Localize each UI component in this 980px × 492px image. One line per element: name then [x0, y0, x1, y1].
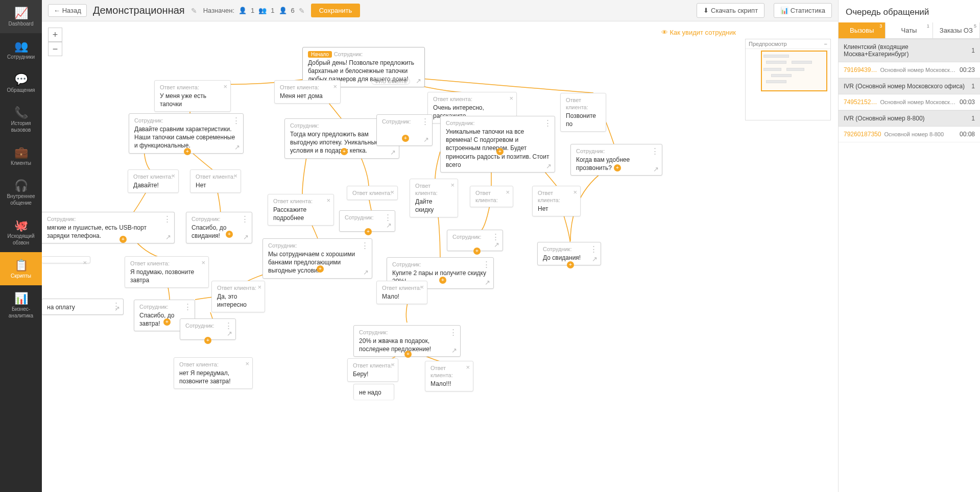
- node-client[interactable]: Ответ клиента:Позвоните по: [560, 93, 606, 132]
- queue-header[interactable]: IVR (Основной номер 8-800)1: [839, 110, 980, 127]
- edit-icon[interactable]: ✎: [191, 7, 197, 15]
- close-icon[interactable]: ×: [333, 83, 337, 90]
- node-client[interactable]: Ответ клиента:Давайте!×: [128, 169, 179, 193]
- more-icon[interactable]: ⋮: [225, 321, 232, 330]
- sidebar-item-internal[interactable]: 🎧Внутреннее общение: [0, 173, 42, 212]
- close-icon[interactable]: ×: [83, 259, 87, 266]
- close-icon[interactable]: ×: [420, 283, 424, 291]
- node-employee[interactable]: Сотрудник:Уникальные тапочки на все врем…: [440, 116, 555, 173]
- node-client[interactable]: Ответ клиента:У меня уже есть тапочки×: [154, 80, 231, 112]
- plus-icon[interactable]: +: [184, 148, 191, 155]
- fio-chip[interactable]: ФИО клиента: [371, 78, 410, 85]
- more-icon[interactable]: ⋮: [492, 232, 499, 241]
- close-icon[interactable]: ×: [171, 172, 175, 180]
- plus-icon[interactable]: +: [567, 261, 574, 268]
- more-icon[interactable]: ⋮: [361, 241, 369, 250]
- close-icon[interactable]: ×: [326, 196, 330, 204]
- node-client[interactable]: не надо: [353, 384, 394, 400]
- close-icon[interactable]: ×: [466, 363, 470, 371]
- close-icon[interactable]: ×: [257, 283, 261, 291]
- more-icon[interactable]: ⋮: [421, 117, 429, 126]
- close-icon[interactable]: ×: [233, 172, 237, 180]
- script-canvas[interactable]: + − 👁 Как увидит сотрудник Предпросмотр−: [42, 21, 838, 492]
- queue-row[interactable]: 79169439…Основной номер Московского офи……: [839, 62, 980, 78]
- more-icon[interactable]: ⋮: [241, 214, 249, 224]
- close-icon[interactable]: ×: [573, 188, 577, 196]
- zoom-out-button[interactable]: −: [48, 42, 62, 56]
- tab-calls[interactable]: Вызовы3: [839, 22, 886, 38]
- sidebar-item-clients[interactable]: 💼Клиенты: [0, 139, 42, 173]
- node-employee[interactable]: Сотрудник:Давайте сравним характеристики…: [129, 113, 244, 154]
- node-client[interactable]: Ответ клиента:Беру!×: [347, 358, 398, 382]
- share-icon[interactable]: ↗: [485, 279, 490, 286]
- tab-orders[interactable]: Заказы ОЗ5: [933, 22, 980, 38]
- node-client[interactable]: Ответ клиента:Да, это интересно×: [211, 281, 265, 312]
- more-icon[interactable]: ⋮: [163, 214, 171, 224]
- share-icon[interactable]: ↗: [653, 165, 659, 173]
- close-icon[interactable]: ×: [509, 94, 513, 102]
- more-icon[interactable]: ⋮: [483, 260, 490, 269]
- node-client[interactable]: Ответ клиента:Расскажите подробнее×: [268, 194, 334, 226]
- node-employee[interactable]: на оплату⋮↗: [42, 299, 124, 315]
- share-icon[interactable]: ↗: [423, 136, 429, 143]
- node-client[interactable]: Ответ клиента:×: [347, 186, 398, 200]
- share-icon[interactable]: ↗: [592, 255, 597, 263]
- share-icon[interactable]: ↗: [234, 143, 240, 151]
- node-client[interactable]: ×: [42, 256, 90, 263]
- plus-icon[interactable]: +: [163, 318, 171, 326]
- stats-button[interactable]: 📊 Статистика: [774, 3, 832, 18]
- node-client[interactable]: Ответ клиента:×: [470, 186, 513, 207]
- node-client[interactable]: Ответ клиента:Я подумаю, позвоните завтр…: [125, 256, 209, 288]
- node-employee[interactable]: Сотрудник:мягкие и пушистые, есть USB-по…: [42, 212, 175, 243]
- node-client[interactable]: Ответ клиента:Меня нет дома×: [274, 80, 341, 104]
- sidebar-item-employees[interactable]: 👥Сотрудники: [0, 33, 42, 66]
- plus-icon[interactable]: +: [204, 337, 211, 344]
- close-icon[interactable]: ×: [506, 188, 510, 196]
- edit-assign-icon[interactable]: ✎: [299, 7, 305, 15]
- queue-header[interactable]: Клиентский (входящие Москва+Екатеринбург…: [839, 39, 980, 62]
- node-client[interactable]: Ответ клиента:нет Я передумал, позвоните…: [174, 357, 253, 389]
- plus-icon[interactable]: +: [119, 236, 127, 243]
- queue-header[interactable]: IVR (Основной номер Московского офиса)1: [839, 78, 980, 94]
- tab-chats[interactable]: Чаты1: [886, 22, 933, 38]
- more-icon[interactable]: ⋮: [544, 118, 552, 128]
- back-button[interactable]: ← Назад: [48, 4, 87, 17]
- more-icon[interactable]: ⋮: [232, 116, 240, 125]
- node-client[interactable]: Ответ клиента:Дайте скидку×: [410, 179, 458, 217]
- download-button[interactable]: ⬇ Скачать скрипт: [697, 3, 764, 18]
- sidebar-item-analytics[interactable]: 📊Бизнес-аналитика: [0, 285, 42, 325]
- zoom-in-button[interactable]: +: [48, 28, 62, 42]
- share-icon[interactable]: ↗: [416, 77, 421, 85]
- share-icon[interactable]: ↗: [546, 162, 552, 170]
- node-client[interactable]: Ответ клиента:Нет×: [190, 169, 241, 193]
- node-employee[interactable]: Сотрудник:Спасибо, до свидания!⋮↗: [186, 212, 252, 243]
- share-icon[interactable]: ↗: [165, 233, 171, 241]
- node-client[interactable]: Ответ клиента:Мало!!!×: [425, 361, 473, 391]
- minimap[interactable]: Предпросмотр−: [745, 39, 831, 120]
- close-icon[interactable]: ×: [450, 181, 455, 189]
- sidebar-item-outbound[interactable]: 🐙Исходящий обзвон: [0, 212, 42, 252]
- share-icon[interactable]: ↗: [363, 268, 369, 276]
- plus-icon[interactable]: +: [404, 351, 412, 358]
- share-icon[interactable]: ↗: [114, 305, 120, 312]
- node-client[interactable]: Ответ клиента:Мало!×: [376, 281, 427, 304]
- share-icon[interactable]: ↗: [390, 149, 396, 156]
- plus-icon[interactable]: +: [341, 148, 348, 155]
- share-icon[interactable]: ↗: [494, 241, 499, 249]
- sidebar-item-requests[interactable]: 💬Обращения: [0, 66, 42, 100]
- node-client[interactable]: Ответ клиента:Нет×: [532, 186, 581, 216]
- more-icon[interactable]: ⋮: [184, 302, 192, 311]
- node-employee[interactable]: Сотрудник:Мы сотрудничаем с хорошими бан…: [262, 238, 372, 279]
- sidebar-item-history[interactable]: 📞История вызовов: [0, 100, 42, 139]
- sidebar-item-dashboard[interactable]: 📈Dashboard: [0, 0, 42, 33]
- plus-icon[interactable]: +: [496, 148, 504, 155]
- plus-icon[interactable]: +: [439, 277, 446, 284]
- preview-as-employee-link[interactable]: 👁 Как увидит сотрудник: [661, 29, 736, 36]
- minimize-icon[interactable]: −: [824, 41, 827, 47]
- share-icon[interactable]: ↗: [243, 233, 249, 241]
- more-icon[interactable]: ⋮: [590, 244, 597, 254]
- close-icon[interactable]: ×: [391, 361, 395, 368]
- close-icon[interactable]: ×: [223, 83, 227, 90]
- close-icon[interactable]: ×: [390, 188, 394, 196]
- more-icon[interactable]: ⋮: [651, 146, 659, 156]
